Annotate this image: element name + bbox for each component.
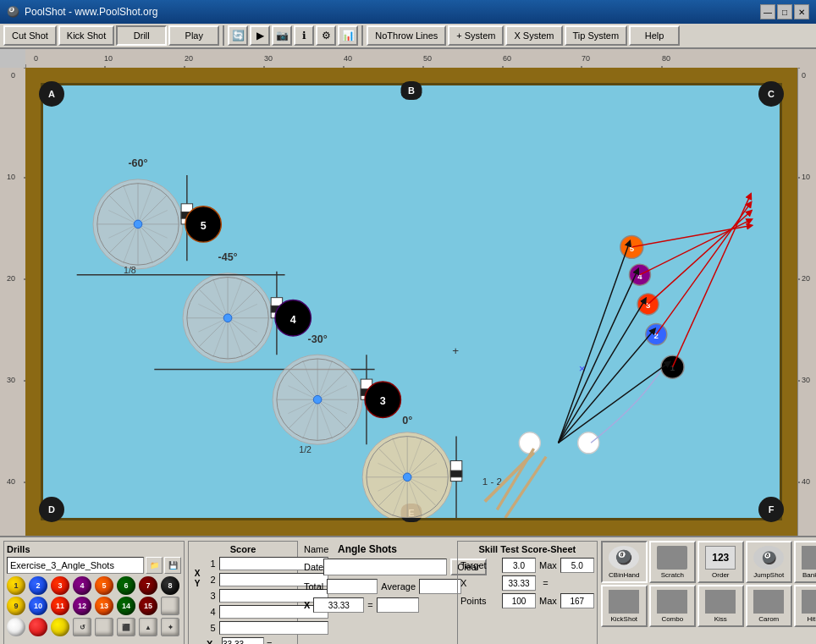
minimize-button[interactable]: — — [760, 4, 775, 19]
drill-save-btn[interactable]: 💾 — [164, 557, 181, 574]
icon-btn-1[interactable]: 🔄 — [228, 25, 248, 46]
kiss-button[interactable]: Kiss — [697, 585, 744, 627]
help-button[interactable]: Help — [629, 25, 680, 46]
red-ball-btn[interactable] — [29, 618, 47, 636]
drill-folder-btn[interactable]: 📁 — [146, 557, 163, 574]
svg-point-86 — [313, 395, 322, 404]
pool-table[interactable]: A B C D E F — [25, 68, 797, 536]
svg-point-118 — [629, 264, 650, 285]
icon-btn-6[interactable]: 📊 — [338, 25, 358, 46]
svg-point-133 — [578, 432, 599, 454]
svg-line-83 — [303, 361, 333, 439]
yellow-ball-btn[interactable] — [51, 618, 69, 636]
date-input[interactable] — [323, 559, 447, 575]
total-label: Total — [304, 581, 323, 592]
cue-ball-btn[interactable] — [7, 618, 25, 636]
total-row: Total Average — [304, 579, 451, 594]
kiss-label: Kiss — [714, 615, 727, 623]
svg-line-131 — [559, 243, 630, 443]
scratch-button[interactable]: Scratch — [649, 541, 696, 583]
kickshot-label: KickShot — [610, 615, 637, 623]
svg-line-130 — [559, 271, 638, 443]
tool-btn-5[interactable]: ✦ — [161, 618, 179, 636]
order-button[interactable]: 123 Order — [697, 541, 744, 583]
pocket-c: C — [758, 81, 784, 107]
max-input-2[interactable] — [560, 593, 594, 608]
close-button[interactable]: ✕ — [794, 4, 809, 19]
combo-button[interactable]: Combo — [649, 585, 696, 627]
svg-point-51 — [134, 220, 142, 228]
svg-line-136 — [505, 457, 546, 518]
icon-btn-4[interactable]: ℹ — [294, 25, 314, 46]
svg-text:30: 30 — [264, 54, 273, 63]
max-label-1: Max — [539, 560, 557, 570]
x-skill-label: X — [460, 578, 499, 588]
no-throw-button[interactable]: NoThrow Lines — [367, 25, 446, 46]
eq-sign: = — [267, 639, 272, 644]
icon-btn-3[interactable]: 📷 — [272, 25, 292, 46]
svg-line-124 — [648, 212, 751, 304]
jumpshot-button[interactable]: 🎱 JumpShot — [746, 541, 792, 583]
x-system-button[interactable]: X System — [505, 25, 562, 46]
ball-11[interactable]: 11 — [51, 597, 69, 615]
ball-4[interactable]: 4 — [73, 576, 91, 595]
x-bottom-input[interactable] — [313, 597, 364, 613]
ball-12[interactable]: 12 — [73, 597, 91, 615]
kick-shot-button[interactable]: Kick Shot — [58, 25, 114, 46]
pocket-f: F — [758, 497, 784, 522]
x-skill-input[interactable] — [502, 575, 536, 591]
ball-3[interactable]: 3 — [51, 576, 69, 595]
icon-btn-2[interactable]: ▶ — [250, 25, 270, 46]
drill-name-input[interactable] — [7, 557, 144, 574]
ball-14[interactable]: 14 — [117, 597, 135, 615]
kickshot-button[interactable]: KickShot — [601, 585, 648, 627]
table-felt[interactable]: A B C D E F — [41, 83, 782, 520]
maximize-button[interactable]: □ — [777, 4, 792, 19]
drill-name-bar: 📁 💾 — [7, 557, 181, 574]
ball-2[interactable]: 2 — [29, 576, 47, 595]
drill-button[interactable]: Drill — [116, 25, 167, 46]
tool-btn-1[interactable]: ↺ — [73, 618, 91, 636]
tool-btn-3[interactable]: ⬛ — [117, 618, 135, 636]
carom-button[interactable]: Carom — [746, 585, 792, 627]
points-input[interactable] — [502, 593, 536, 608]
ball-1[interactable]: 1 — [7, 576, 25, 595]
svg-text:3: 3 — [380, 395, 386, 407]
points-row: Points Max — [460, 593, 594, 608]
ball-10[interactable]: 10 — [29, 597, 47, 615]
tool-btn-2[interactable] — [95, 618, 113, 636]
svg-text:4: 4 — [290, 314, 296, 326]
x-value-input[interactable] — [222, 637, 264, 644]
tool-btn-4[interactable]: ▲ — [139, 618, 157, 636]
svg-text:40: 40 — [7, 477, 15, 486]
skill-title: Skill Test Score-Sheet — [460, 544, 594, 554]
average-input[interactable] — [419, 579, 461, 594]
ball-8[interactable]: 8 — [161, 576, 179, 595]
max-input-1[interactable] — [560, 558, 594, 573]
cut-shot-button[interactable]: Cut Shot — [3, 25, 57, 46]
ball-7[interactable]: 7 — [139, 576, 157, 595]
hitrail-button[interactable]: HitRail — [794, 585, 816, 627]
result-input[interactable] — [377, 597, 419, 613]
icon-btn-5[interactable]: ⚙ — [316, 25, 336, 46]
tip-system-button[interactable]: Tip System — [565, 25, 628, 46]
play-button[interactable]: Play — [168, 25, 219, 46]
svg-line-45 — [109, 195, 166, 252]
svg-point-77 — [277, 359, 358, 440]
plus-system-button[interactable]: + System — [448, 25, 504, 46]
bankshot-button[interactable]: BankShot — [794, 541, 816, 583]
target-input[interactable] — [502, 558, 536, 573]
svg-rect-19 — [0, 68, 25, 536]
svg-rect-30 — [798, 68, 816, 536]
ball-5[interactable]: 5 — [95, 576, 113, 595]
svg-rect-108 — [450, 471, 461, 477]
cbinhand-button[interactable]: 🎱 CBinHand — [601, 541, 648, 583]
total-input[interactable] — [327, 579, 378, 594]
ball-15[interactable]: 15 — [139, 597, 157, 615]
titlebar-left: 🎱 PoolShot - www.PoolShot.org — [7, 6, 157, 18]
ball-6[interactable]: 6 — [117, 576, 135, 595]
ball-9[interactable]: 9 — [7, 597, 25, 615]
ball-13[interactable]: 13 — [95, 597, 113, 615]
svg-point-59 — [187, 278, 268, 359]
svg-text:60: 60 — [503, 54, 511, 63]
